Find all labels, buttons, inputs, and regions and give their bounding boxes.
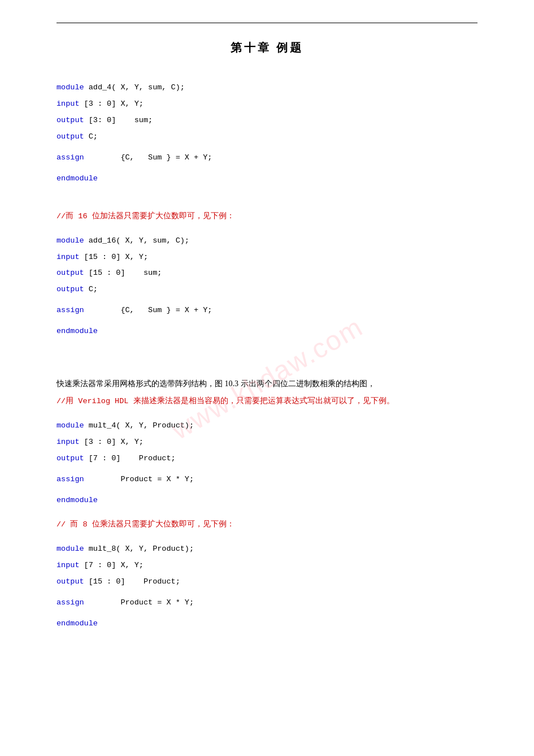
spacer-c2 xyxy=(57,490,477,494)
kw-input-4: input xyxy=(57,561,80,569)
spacer-3 xyxy=(57,349,477,363)
section-adder4: module add_4( X, Y, sum, C); input [3 : … xyxy=(57,81,477,185)
spacer-1 xyxy=(57,72,477,81)
code16-line-4: output C; xyxy=(57,283,477,296)
section-comment16: //而 16 位加法器只需要扩大位数即可，见下例： xyxy=(57,210,477,223)
comment-16bit: //而 16 位加法器只需要扩大位数即可，见下例： xyxy=(57,212,235,221)
kw-output-4: output xyxy=(57,285,84,293)
top-divider xyxy=(57,23,477,23)
kw-assign-1: assign xyxy=(57,153,84,162)
comment-8bit-text: // 而 8 位乘法器只需要扩大位数即可，见下例： xyxy=(57,520,235,529)
kw-module-4: module xyxy=(57,545,84,553)
kw-endmodule-2: endmodule xyxy=(57,327,98,335)
mult4-line-2: input [3 : 0] X, Y; xyxy=(57,436,477,449)
code-line-2: input [3 : 0] X, Y; xyxy=(57,98,477,111)
mult8-line-3: output [15 : 0] Product; xyxy=(57,576,477,589)
mult8-line-2: input [7 : 0] X, Y; xyxy=(57,559,477,572)
code-line-1: module add_4( X, Y, sum, C); xyxy=(57,81,477,94)
kw-input-3: input xyxy=(57,438,80,446)
mult8-line-1: module mult_8( X, Y, Product); xyxy=(57,543,477,556)
comment-mult-hdl: //用 Verilog HDL 来描述乘法器是相当容易的，只需要把运算表达式写出… xyxy=(57,397,394,405)
kw-output-3: output xyxy=(57,269,84,277)
spacer-a2 xyxy=(57,168,477,172)
kw-output-5: output xyxy=(57,454,84,463)
page-container: 第十章 例题 module add_4( X, Y, sum, C); inpu… xyxy=(0,0,534,756)
section-mult4: module mult_4( X, Y, Product); input [3 … xyxy=(57,420,477,507)
kw-endmodule-3: endmodule xyxy=(57,496,98,504)
kw-module-3: module xyxy=(57,421,84,430)
page-title: 第十章 例题 xyxy=(57,40,477,55)
kw-module-1: module xyxy=(57,83,84,92)
kw-assign-2: assign xyxy=(57,306,84,314)
code-line-4: output C; xyxy=(57,131,477,144)
kw-output-1: output xyxy=(57,116,84,124)
kw-output-2: output xyxy=(57,132,84,141)
kw-input-1: input xyxy=(57,100,80,108)
kw-endmodule-4: endmodule xyxy=(57,619,98,628)
code16-line-3: output [15 : 0] sum; xyxy=(57,267,477,280)
spacer-d1 xyxy=(57,592,477,597)
kw-endmodule-1: endmodule xyxy=(57,174,98,183)
spacer-2 xyxy=(57,197,477,210)
kw-assign-3: assign xyxy=(57,475,84,483)
code-line-6: endmodule xyxy=(57,172,477,185)
code16-line-2: input [15 : 0] X, Y; xyxy=(57,251,477,264)
spacer-b2 xyxy=(57,321,477,325)
mult4-line-5: endmodule xyxy=(57,494,477,507)
comment-8bit: // 而 8 位乘法器只需要扩大位数即可，见下例： xyxy=(57,519,477,532)
mult4-line-4: assign Product = X * Y; xyxy=(57,473,477,486)
kw-assign-4: assign xyxy=(57,598,84,607)
spacer-b1 xyxy=(57,300,477,304)
section-comment8: // 而 8 位乘法器只需要扩大位数即可，见下例： xyxy=(57,519,477,532)
section-mult8: module mult_8( X, Y, Product); input [7 … xyxy=(57,543,477,630)
kw-module-2: module xyxy=(57,236,84,245)
spacer-4 xyxy=(57,363,477,377)
spacer-c1 xyxy=(57,469,477,473)
mult4-line-1: module mult_4( X, Y, Product); xyxy=(57,420,477,433)
spacer-a1 xyxy=(57,147,477,152)
mult4-line-3: output [7 : 0] Product; xyxy=(57,452,477,465)
mult8-line-4: assign Product = X * Y; xyxy=(57,597,477,610)
kw-output-6: output xyxy=(57,577,84,586)
kw-input-2: input xyxy=(57,253,80,261)
prose-line-1: 快速乘法器常采用网格形式的选带阵列结构，图 10.3 示出两个四位二进制数相乘的… xyxy=(57,377,477,391)
code16-line-6: endmodule xyxy=(57,325,477,338)
code-line-3: output [3: 0] sum; xyxy=(57,114,477,127)
section-prose-mult: 快速乘法器常采用网格形式的选带阵列结构，图 10.3 示出两个四位二进制数相乘的… xyxy=(57,377,477,408)
spacer-d2 xyxy=(57,613,477,617)
section-adder16: module add_16( X, Y, sum, C); input [15 … xyxy=(57,235,477,339)
comment-line-1: //而 16 位加法器只需要扩大位数即可，见下例： xyxy=(57,210,477,223)
code16-line-5: assign {C, Sum } = X + Y; xyxy=(57,304,477,317)
mult8-line-5: endmodule xyxy=(57,617,477,630)
code16-line-1: module add_16( X, Y, sum, C); xyxy=(57,235,477,248)
prose-comment-line: //用 Verilog HDL 来描述乘法器是相当容易的，只需要把运算表达式写出… xyxy=(57,395,477,408)
code-line-5: assign {C, Sum } = X + Y; xyxy=(57,152,477,165)
